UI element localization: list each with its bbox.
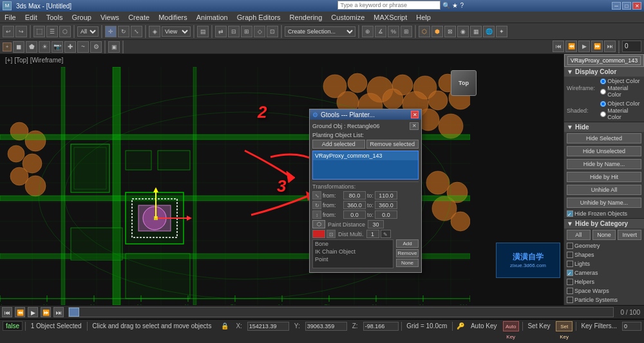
- align-camera[interactable]: ⊡: [267, 26, 278, 37]
- invert-button[interactable]: Invert: [618, 230, 641, 240]
- minimize-button[interactable]: ─: [612, 2, 621, 10]
- remove-selected-button[interactable]: Remove selected: [366, 140, 419, 149]
- menu-graph-editors[interactable]: Graph Editors: [235, 14, 283, 21]
- timeline-thumb[interactable]: [69, 308, 79, 317]
- select-by-name-button[interactable]: ☰: [46, 26, 58, 37]
- effects[interactable]: ✦: [496, 26, 507, 37]
- spacewarps-checkbox[interactable]: Space Warps: [567, 288, 609, 294]
- menu-group[interactable]: Group: [70, 14, 93, 21]
- search-input[interactable]: [337, 1, 440, 10]
- render-to-tex[interactable]: ⊠: [444, 26, 456, 37]
- paint-button[interactable]: ⬡: [312, 220, 325, 228]
- next-frame-anim[interactable]: ⏩: [41, 307, 51, 317]
- hide-by-name-button[interactable]: Hide by Name...: [567, 159, 641, 169]
- spacewarps-check[interactable]: [567, 288, 573, 294]
- mirror-button[interactable]: ⇄: [215, 26, 227, 37]
- auto-key-button[interactable]: Auto Key: [503, 321, 519, 331]
- hide-frozen-check[interactable]: [567, 210, 573, 217]
- y-coord-input[interactable]: [305, 322, 347, 331]
- selection-filter[interactable]: All: [77, 26, 99, 37]
- ground-obj-reset[interactable]: ✕: [410, 122, 419, 130]
- maximize-button[interactable]: □: [622, 2, 631, 10]
- shapes-btn[interactable]: ⬟: [26, 41, 37, 53]
- layer-manager[interactable]: ▤: [197, 26, 209, 37]
- unhide-all-button[interactable]: Unhide All: [567, 185, 641, 195]
- render-scene[interactable]: ⬡: [419, 26, 430, 37]
- wireframe-material-color[interactable]: Material Color: [600, 85, 641, 98]
- percent-snap[interactable]: %: [388, 26, 399, 37]
- lock-icon[interactable]: 🔒: [221, 322, 229, 329]
- snap-toggle[interactable]: ⊕: [362, 26, 374, 37]
- go-end-button[interactable]: ⏭: [604, 41, 616, 52]
- play-anim[interactable]: ▶: [28, 307, 38, 317]
- hide-header[interactable]: ▼ Hide: [564, 122, 644, 132]
- quick-render[interactable]: ⬢: [431, 26, 443, 37]
- shaded-object-color[interactable]: Object Color: [600, 100, 641, 107]
- move-button[interactable]: ✛: [105, 26, 117, 37]
- menu-create[interactable]: Create: [126, 14, 151, 21]
- search-icon[interactable]: 🔍: [442, 2, 450, 9]
- helpers-btn[interactable]: ✚: [64, 41, 76, 53]
- menu-customize[interactable]: Customize: [329, 14, 366, 21]
- systems-btn[interactable]: ⚙: [90, 41, 102, 53]
- scale-to-input[interactable]: [375, 191, 397, 199]
- select-region-button[interactable]: ⬡: [59, 26, 71, 37]
- wireframe-object-color[interactable]: Object Color: [600, 78, 641, 84]
- dist-multi-input[interactable]: [366, 230, 379, 238]
- select-object-button[interactable]: ⬚: [33, 26, 45, 37]
- geometry-btn[interactable]: ◼: [13, 41, 24, 53]
- create-tab[interactable]: +: [3, 42, 12, 51]
- menu-file[interactable]: File: [3, 14, 18, 21]
- hide-frozen-checkbox[interactable]: Hide Frozen Objects: [567, 210, 627, 217]
- menu-views[interactable]: Views: [99, 14, 121, 21]
- lights-checkbox[interactable]: Lights: [567, 261, 590, 267]
- prev-frame-anim[interactable]: ⏪: [15, 307, 25, 317]
- helpers-check[interactable]: [567, 279, 573, 285]
- rot-from-input[interactable]: [343, 201, 366, 209]
- shaded-material-color[interactable]: Material Color: [600, 107, 641, 120]
- none-bone-button[interactable]: None: [396, 259, 419, 267]
- gtools-close-button[interactable]: ✕: [411, 111, 419, 118]
- go-start-anim[interactable]: ⏮: [2, 307, 12, 317]
- set-key-button[interactable]: Set Key: [556, 321, 572, 331]
- lights-check[interactable]: [567, 261, 573, 267]
- menu-maxscript[interactable]: MAXScript: [372, 14, 409, 21]
- normal-align[interactable]: ⊞: [241, 26, 252, 37]
- timeline[interactable]: [68, 307, 614, 317]
- menu-edit[interactable]: Edit: [23, 14, 39, 21]
- planting-listbox[interactable]: VRayProxy_common_143: [312, 151, 419, 180]
- menu-modifiers[interactable]: Modifiers: [156, 14, 189, 21]
- z-to-input[interactable]: [375, 210, 397, 219]
- align-button[interactable]: ⊟: [228, 26, 240, 37]
- z-from-input[interactable]: [343, 210, 366, 219]
- undo-button[interactable]: ↩: [3, 26, 14, 37]
- z-coord-input[interactable]: [363, 322, 399, 331]
- menu-animation[interactable]: Animation: [194, 14, 230, 21]
- spacewarps-btn[interactable]: ~: [77, 41, 89, 53]
- hide-selected-button[interactable]: Hide Selected: [567, 133, 641, 144]
- current-frame-input[interactable]: [622, 41, 641, 52]
- spinner-snap[interactable]: ⊞: [401, 26, 412, 37]
- menu-help[interactable]: Help: [414, 14, 433, 21]
- particles-check[interactable]: [567, 297, 573, 303]
- add-bone-button[interactable]: Add: [396, 239, 419, 248]
- redo-button[interactable]: ↪: [15, 26, 27, 37]
- named-selection[interactable]: Create Selection...: [285, 26, 355, 37]
- paint-dist-input[interactable]: [368, 220, 384, 228]
- place-highlight[interactable]: ◇: [254, 26, 265, 37]
- particles-checkbox[interactable]: Particle Systems: [567, 297, 618, 303]
- material-editor[interactable]: ◉: [457, 26, 469, 37]
- display-color-header[interactable]: ▼ Display Color: [564, 67, 644, 77]
- render-framew[interactable]: ▦: [470, 26, 482, 37]
- environment[interactable]: 🌐: [483, 26, 495, 37]
- hide-category-header[interactable]: ▼ Hide by Category: [564, 219, 644, 228]
- pick-icon[interactable]: ✎: [381, 230, 391, 238]
- shapes-check[interactable]: [567, 252, 573, 258]
- go-start-button[interactable]: ⏮: [553, 41, 564, 52]
- play-button[interactable]: ▶: [578, 41, 590, 52]
- listbox-item[interactable]: VRayProxy_common_143: [313, 151, 418, 160]
- x-coord-input[interactable]: [247, 322, 289, 331]
- key-filter-input[interactable]: [622, 322, 641, 331]
- nav-cube[interactable]: Top: [448, 67, 480, 99]
- helpers-checkbox[interactable]: Helpers: [567, 279, 594, 285]
